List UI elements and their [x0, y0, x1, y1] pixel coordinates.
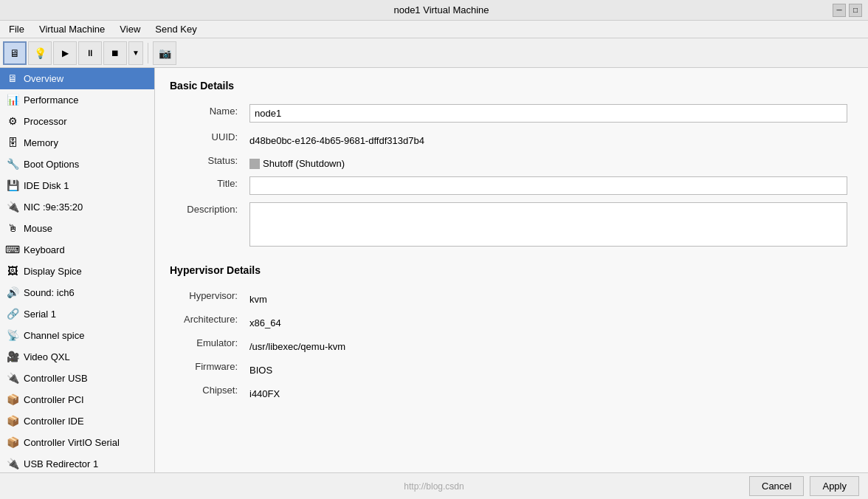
sidebar-label-overview: Overview	[24, 73, 63, 84]
sidebar-icon-processor: ⚙	[6, 114, 19, 128]
sidebar-item-sound[interactable]: 🔊Sound: ich6	[0, 282, 154, 303]
sidebar-icon-overview: 🖥	[6, 72, 19, 85]
sidebar-label-sound: Sound: ich6	[24, 287, 75, 298]
sidebar-item-serial1[interactable]: 🔗Serial 1	[0, 303, 154, 325]
uuid-label: UUID:	[170, 126, 244, 150]
content-area: Basic Details Name: UUID: d48be0bc-e126-…	[155, 68, 868, 472]
sidebar-icon-video-qxl: 🎥	[6, 350, 19, 363]
bottom-bar: http://blog.csdn Cancel Apply	[0, 472, 868, 499]
hypervisor-details-title: Hypervisor Details	[170, 264, 853, 276]
hypervisor-label: Hypervisor:	[170, 285, 244, 309]
cancel-button[interactable]: Cancel	[749, 476, 804, 496]
sidebar-icon-controller-virtio: 📦	[6, 436, 19, 449]
sidebar-label-video-qxl: Video QXL	[24, 351, 70, 362]
sidebar-icon-usb-redirector: 🔌	[6, 457, 19, 470]
sidebar-item-controller-virtio[interactable]: 📦Controller VirtIO Serial	[0, 432, 154, 453]
status-value: Shutoff (Shutdown)	[263, 158, 345, 169]
watermark-text: http://blog.csdn	[404, 481, 464, 492]
firmware-label: Firmware:	[170, 356, 244, 379]
sidebar-label-controller-usb: Controller USB	[24, 373, 88, 384]
sidebar-icon-nic: 🔌	[6, 200, 19, 213]
power-dropdown[interactable]: ▼	[128, 41, 143, 65]
sidebar-item-display-spice[interactable]: 🖼Display Spice	[0, 261, 154, 282]
sidebar-label-boot-options: Boot Options	[24, 159, 79, 170]
section-divider	[170, 252, 853, 264]
window-controls: ─ □	[833, 4, 862, 17]
sidebar-label-ide-disk: IDE Disk 1	[24, 180, 69, 191]
screenshot-button[interactable]: 📷	[153, 41, 176, 65]
sidebar-item-ide-disk[interactable]: 💾IDE Disk 1	[0, 175, 154, 196]
lightbulb-button[interactable]: 💡	[28, 41, 52, 65]
hypervisor-value: kvm	[249, 289, 847, 305]
sidebar-label-channel-spice: Channel spice	[24, 330, 84, 341]
pause-button[interactable]: ⏸	[78, 41, 102, 65]
description-label: Description:	[170, 199, 244, 252]
menu-bar: FileVirtual MachineViewSend Key	[0, 21, 868, 38]
title-bar: node1 Virtual Machine ─ □	[0, 0, 868, 21]
sidebar-label-keyboard: Keyboard	[24, 244, 65, 255]
emulator-label: Emulator:	[170, 332, 244, 356]
sidebar-label-controller-virtio: Controller VirtIO Serial	[24, 437, 120, 448]
toolbar-separator	[148, 43, 148, 63]
stop-button[interactable]: ⏹	[103, 41, 127, 65]
minimize-button[interactable]: ─	[833, 4, 846, 17]
architecture-label: Architecture:	[170, 309, 244, 332]
sidebar-icon-display-spice: 🖼	[6, 264, 19, 278]
title-input[interactable]	[249, 176, 847, 195]
sidebar-icon-ide-disk: 💾	[6, 179, 19, 192]
menu-item-view[interactable]: View	[114, 22, 146, 36]
description-input[interactable]	[249, 202, 847, 247]
monitor-button[interactable]: 🖥	[3, 41, 27, 65]
menu-item-virtual-machine[interactable]: Virtual Machine	[33, 22, 111, 36]
play-button[interactable]: ▶	[53, 41, 77, 65]
sidebar-label-controller-pci: Controller PCI	[24, 394, 84, 405]
sidebar-item-keyboard[interactable]: ⌨Keyboard	[0, 239, 154, 261]
sidebar-item-performance[interactable]: 📊Performance	[0, 89, 154, 111]
sidebar-label-display-spice: Display Spice	[24, 266, 82, 277]
sidebar-item-memory[interactable]: 🗄Memory	[0, 132, 154, 154]
sidebar-icon-performance: 📊	[6, 93, 19, 106]
sidebar-label-usb-redirector: USB Redirector 1	[24, 458, 98, 469]
sidebar-item-controller-ide[interactable]: 📦Controller IDE	[0, 410, 154, 432]
sidebar-icon-sound: 🔊	[6, 286, 19, 299]
sidebar-item-usb-redirector[interactable]: 🔌USB Redirector 1	[0, 453, 154, 472]
sidebar-label-serial1: Serial 1	[24, 309, 56, 320]
sidebar-item-video-qxl[interactable]: 🎥Video QXL	[0, 346, 154, 368]
status-icon	[249, 159, 260, 169]
sidebar-item-mouse[interactable]: 🖱Mouse	[0, 218, 154, 239]
firmware-value: BIOS	[249, 359, 847, 376]
sidebar-items: 🖥Overview📊Performance⚙Processor🗄Memory🔧B…	[0, 68, 154, 472]
sidebar: 🖥Overview📊Performance⚙Processor🗄Memory🔧B…	[0, 68, 155, 472]
menu-item-send-key[interactable]: Send Key	[149, 22, 202, 36]
sidebar-item-boot-options[interactable]: 🔧Boot Options	[0, 154, 154, 175]
basic-details-table: Name: UUID: d48be0bc-e126-4b65-9681-dffd…	[170, 100, 853, 252]
status-label: Status:	[170, 150, 244, 173]
main-layout: 🖥Overview📊Performance⚙Processor🗄Memory🔧B…	[0, 68, 868, 472]
menu-item-file[interactable]: File	[3, 22, 30, 36]
sidebar-item-overview[interactable]: 🖥Overview	[0, 68, 154, 89]
sidebar-label-memory: Memory	[24, 137, 58, 148]
sidebar-item-channel-spice[interactable]: 📡Channel spice	[0, 325, 154, 346]
sidebar-icon-controller-usb: 🔌	[6, 371, 19, 385]
maximize-button[interactable]: □	[849, 4, 862, 17]
sidebar-icon-controller-pci: 📦	[6, 393, 19, 406]
architecture-value: x86_64	[249, 312, 847, 328]
sidebar-item-nic[interactable]: 🔌NIC :9e:35:20	[0, 196, 154, 218]
sidebar-icon-memory: 🗄	[6, 136, 19, 149]
emulator-value: /usr/libexec/qemu-kvm	[249, 336, 847, 352]
sidebar-icon-channel-spice: 📡	[6, 328, 19, 342]
basic-details-title: Basic Details	[170, 80, 853, 92]
apply-button[interactable]: Apply	[810, 476, 859, 496]
sidebar-item-controller-usb[interactable]: 🔌Controller USB	[0, 368, 154, 389]
hypervisor-details-table: Hypervisor: kvm Architecture: x86_64 Emu…	[170, 285, 853, 403]
title-label: Title:	[170, 173, 244, 199]
sidebar-icon-serial1: 🔗	[6, 307, 19, 320]
toolbar: 🖥 💡 ▶ ⏸ ⏹ ▼ 📷	[0, 38, 868, 68]
sidebar-label-controller-ide: Controller IDE	[24, 416, 84, 427]
name-input[interactable]	[249, 104, 847, 123]
name-label: Name:	[170, 100, 244, 126]
sidebar-item-controller-pci[interactable]: 📦Controller PCI	[0, 389, 154, 410]
sidebar-label-mouse: Mouse	[24, 223, 52, 234]
sidebar-item-processor[interactable]: ⚙Processor	[0, 111, 154, 132]
sidebar-icon-mouse: 🖱	[6, 221, 19, 235]
